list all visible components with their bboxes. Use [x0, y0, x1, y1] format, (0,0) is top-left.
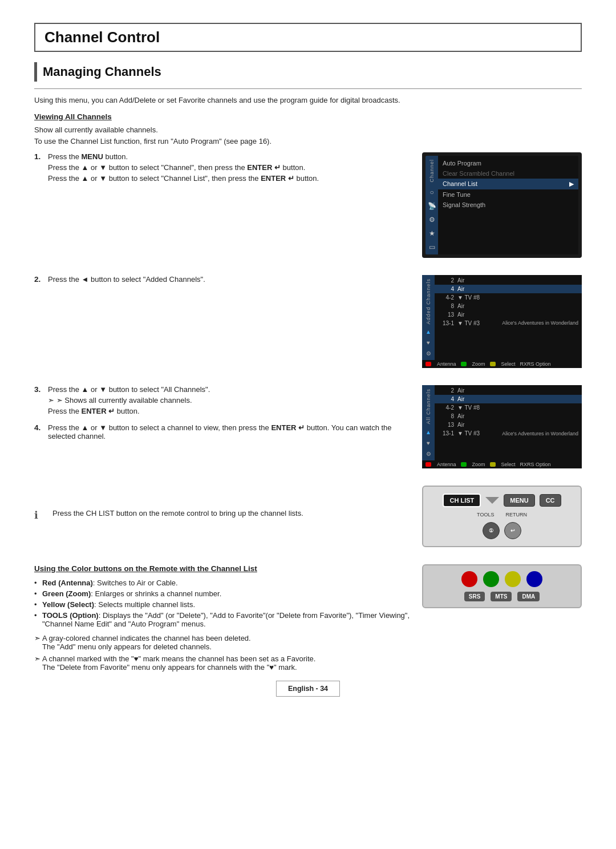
step2-screenshot: Added Channels ▲ ♥ ⚙ 2 Air 4 Air 4-2	[422, 275, 582, 374]
step3-enter: Press the ENTER ↵ button.	[48, 407, 210, 415]
added-sidebar-icon3: ⚙	[426, 350, 431, 357]
ch-num-4-2: 4-2	[438, 294, 454, 301]
num2-button[interactable]: ↩	[504, 522, 521, 539]
step1-content: 1. Press the MENU button. Press the ▲ or…	[34, 152, 411, 191]
num1-button[interactable]: ①	[483, 522, 500, 539]
menu-item-channel-list-label: Channel List	[443, 180, 477, 188]
footer-dot-red	[425, 362, 431, 366]
color-dots	[461, 571, 542, 587]
step2-text: Press the ◄ button to select "Added Chan…	[48, 275, 205, 286]
step3-num: 3.	[34, 385, 43, 418]
bullet-red: Red (Antenna): Switches to Air or Cable.	[34, 579, 411, 587]
section-divider	[34, 88, 582, 89]
section-heading-box: Managing Channels	[34, 62, 582, 82]
all-footer-dot-red	[425, 462, 431, 467]
all-sidebar-icon2: ♥	[427, 440, 430, 446]
step1-row: 1. Press the MENU button. Press the ▲ or…	[34, 152, 582, 264]
page-title: Channel Control	[44, 29, 160, 46]
ch-num-2: 2	[438, 277, 454, 284]
menu-item-channel-list-arrow: ▶	[569, 180, 574, 188]
return-label: RETURN	[505, 512, 527, 518]
all-footer-dot-green	[461, 462, 467, 467]
added-channels-list: 2 Air 4 Air 4-2 ▼ TV #8 8 Air	[435, 275, 582, 361]
all-channels-screen: All Channels ▲ ♥ ⚙ 2 Air 4 Air 4-2	[422, 385, 582, 468]
ch-num-8: 8	[438, 303, 454, 309]
step1-menu-bold: MENU	[82, 152, 103, 161]
all-ch-row-13-1: 13-1 ▼ TV #3 Alice's Adventures in Wonde…	[435, 429, 582, 438]
sidebar-screen-icon: ▭	[429, 243, 435, 251]
footer-dot-yellow	[490, 362, 496, 366]
step1-num: 1.	[34, 152, 43, 185]
step3: 3. Press the ▲ or ▼ button to select "Al…	[34, 385, 411, 418]
all-ch-num-2: 2	[438, 387, 454, 394]
channel-menu-items-list: Auto Program Clear Scrambled Channel Cha…	[438, 156, 578, 254]
step3-enter-bold: ENTER ↵	[82, 407, 115, 415]
green-dot	[483, 571, 499, 587]
ch-name-air-8: Air	[457, 303, 464, 309]
bullet-red-label: Red (Antenna)	[42, 579, 93, 587]
color-bullet-list: Red (Antenna): Switches to Air or Cable.…	[34, 579, 411, 628]
step4-num: 4.	[34, 423, 43, 443]
color-heading: Using the Color buttons on the Remote wi…	[34, 564, 411, 573]
yellow-dot	[505, 571, 521, 587]
all-ch-name-air-2: Air	[457, 387, 464, 394]
color-buttons-content: Using the Color buttons on the Remote wi…	[34, 564, 411, 674]
intro-text: Using this menu, you can Add/Delete or s…	[34, 96, 582, 104]
footer-wrap: English - 34	[34, 691, 582, 714]
all-footer-label-select: Select	[501, 462, 516, 467]
step1-line3: Press the ▲ or ▼ button to select "Chann…	[48, 174, 319, 183]
all-ch-row-13: 13 Air	[435, 421, 582, 429]
color-remote-btns: SRS MTS DMA	[464, 592, 540, 601]
all-channels-sidebar: All Channels ▲ ♥ ⚙	[422, 385, 435, 460]
remote-area-wrap: CH LIST MENU CC TOOLS RETURN ① ↩	[422, 486, 582, 553]
added-ch-row-2: 2 Air	[435, 276, 582, 285]
remote-top-labels: TOOLS RETURN	[477, 512, 527, 518]
footer-label-zoom: Zoom	[472, 361, 485, 367]
note-arrow-2: A channel marked with the "♥" mark means…	[34, 654, 411, 672]
note-text: Press the CH LIST button on the remote c…	[52, 509, 303, 518]
ch-name-tv3: ▼ TV #3	[457, 320, 480, 326]
step4: 4. Press the ▲ or ▼ button to select a c…	[34, 423, 411, 443]
step3-content: 3. Press the ▲ or ▼ button to select "Al…	[34, 385, 411, 448]
all-ch-name-air-13: Air	[457, 422, 464, 428]
step3-note: ➣ Shows all currently available channels…	[48, 396, 210, 405]
mts-button[interactable]: MTS	[491, 592, 512, 601]
step3-screenshot: All Channels ▲ ♥ ⚙ 2 Air 4 Air 4-2	[422, 385, 582, 474]
all-ch-name-tv3: ▼ TV #3	[457, 430, 480, 436]
bullet-tools-label: TOOLS (Option)	[42, 611, 99, 620]
menu-button[interactable]: MENU	[504, 494, 534, 507]
all-sidebar-icon1: ▲	[425, 429, 431, 435]
bullet-yellow: Yellow (Select): Selects multiple channe…	[34, 600, 411, 609]
footer-dot-green	[461, 362, 467, 366]
sub-heading: Viewing All Channels	[34, 112, 582, 121]
all-footer-label-option: RXRS Option	[520, 462, 551, 467]
section-heading: Managing Channels	[43, 64, 161, 79]
bullet-green: Green (Zoom): Enlarges or shrinks a chan…	[34, 589, 411, 598]
all-ch-name-tv8: ▼ TV #8	[457, 405, 480, 411]
step1-line1: Press the MENU button.	[48, 152, 319, 161]
step3-line1: Press the ▲ or ▼ button to select "All C…	[48, 385, 210, 394]
menu-item-signal-strength: Signal Strength	[438, 200, 578, 210]
step1: 1. Press the MENU button. Press the ▲ or…	[34, 152, 411, 185]
cc-button[interactable]: CC	[540, 494, 561, 507]
srs-button[interactable]: SRS	[464, 592, 485, 601]
added-ch-row-13-1: 13-1 ▼ TV #3 Alice's Adventures in Wonde…	[435, 319, 582, 328]
all-ch-name-air-8: Air	[457, 413, 464, 419]
note-arrow-1: A gray-colored channel indicates the cha…	[34, 634, 411, 651]
ch-num-13: 13	[438, 312, 454, 318]
dma-button[interactable]: DMA	[517, 592, 540, 601]
ch-sub-alice: Alice's Adventures in Wonderland	[502, 320, 578, 326]
channel-menu-sidebar: Channel ○ 📡 ⚙ ★ ▭	[425, 156, 438, 254]
step1-enter2-bold: ENTER ↵	[261, 174, 294, 183]
sidebar-antenna-icon: 📡	[428, 202, 436, 210]
sidebar-search-icon: ○	[429, 188, 433, 196]
menu-item-auto-program: Auto Program	[438, 158, 578, 168]
step2-content: 2. Press the ◄ button to select "Added C…	[34, 275, 411, 292]
sidebar-channel-label: Channel	[429, 159, 435, 183]
ch-list-button[interactable]: CH LIST	[443, 494, 481, 507]
step4-enter-bold: ENTER ↵	[271, 423, 305, 432]
remote-arrow	[485, 497, 499, 504]
step1-screenshot: Channel ○ 📡 ⚙ ★ ▭ Auto Program Clear Scr…	[422, 152, 582, 264]
all-ch-num-13-1: 13-1	[438, 430, 454, 436]
footer-label-antenna: Antenna	[437, 361, 456, 367]
